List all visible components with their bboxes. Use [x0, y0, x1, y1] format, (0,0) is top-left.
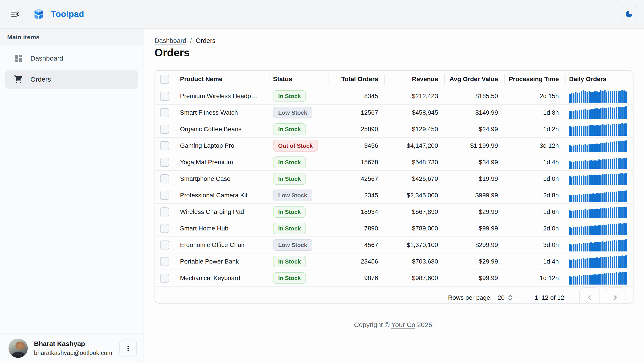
table-body: Premium Wireless Headp… In Stock 8345 $2…: [155, 88, 633, 287]
column-header-total-orders[interactable]: Total Orders: [328, 71, 385, 88]
product-name-cell: Professional Camera Kit: [174, 187, 270, 203]
avg-order-value-cell: $99.99: [445, 220, 505, 237]
revenue-cell: $548,730: [385, 154, 445, 170]
product-name-cell: Gaming Laptop Pro: [174, 138, 270, 154]
brand[interactable]: Toolpad: [32, 7, 84, 21]
pager-buttons: [580, 288, 626, 304]
table-row[interactable]: Mechanical Keyboard In Stock 9876 $987,6…: [155, 270, 633, 287]
table-row[interactable]: Yoga Mat Premium In Stock 15678 $548,730…: [155, 154, 633, 171]
revenue-cell: $2,345,000: [385, 187, 445, 203]
table-row[interactable]: Gaming Laptop Pro Out of Stock 3456 $4,1…: [155, 138, 633, 154]
total-orders-cell: 3456: [328, 138, 385, 154]
rows-per-page-label: Rows per page:: [448, 294, 492, 301]
table-row[interactable]: Smart Home Hub In Stock 7890 $789,000 $9…: [155, 220, 633, 237]
table-row[interactable]: Organic Coffee Beans In Stock 25890 $129…: [155, 121, 633, 138]
daily-orders-sparkline: [566, 106, 633, 119]
menu-open-icon: [10, 9, 20, 19]
total-orders-cell: 23456: [328, 254, 385, 270]
table-row[interactable]: Wireless Charging Pad In Stock 18934 $56…: [155, 204, 633, 220]
previous-page-button[interactable]: [580, 288, 600, 304]
revenue-cell: $4,147,200: [385, 138, 445, 154]
sidebar-item-orders[interactable]: Orders: [5, 70, 138, 89]
row-checkbox[interactable]: [160, 207, 169, 216]
column-header-status[interactable]: Status: [270, 71, 328, 88]
status-badge: In Stock: [273, 223, 306, 234]
column-header-avg-order-value[interactable]: Avg Order Value: [445, 71, 505, 88]
daily-orders-sparkline: [566, 172, 633, 185]
rows-per-page-value: 20: [498, 294, 505, 301]
revenue-cell: $789,000: [385, 220, 445, 237]
total-orders-cell: 2345: [328, 187, 385, 203]
total-orders-cell: 7890: [328, 220, 385, 237]
sidebar-item-dashboard[interactable]: Dashboard: [5, 49, 138, 68]
row-checkbox[interactable]: [160, 241, 169, 249]
next-page-button[interactable]: [605, 288, 626, 304]
chevron-left-icon: [586, 294, 594, 302]
table-row[interactable]: Ergonomic Office Chair Low Stock 4567 $1…: [155, 237, 633, 254]
row-checkbox[interactable]: [160, 257, 169, 266]
row-checkbox[interactable]: [160, 125, 169, 134]
row-checkbox[interactable]: [160, 274, 169, 283]
row-checkbox[interactable]: [160, 92, 169, 101]
user-menu-button[interactable]: [120, 340, 137, 357]
table-row[interactable]: Smartphone Case In Stock 42567 $425,670 …: [155, 171, 633, 187]
orders-table-card: Product Name Status Total Orders Revenue…: [154, 70, 634, 304]
theme-toggle-button[interactable]: [621, 6, 637, 22]
total-orders-cell: 9876: [328, 270, 385, 286]
row-checkbox[interactable]: [160, 191, 169, 200]
sidebar-collapse-button[interactable]: [7, 6, 23, 22]
table-row[interactable]: Smart Fitness Watch Low Stock 12567 $458…: [155, 105, 633, 121]
table-row[interactable]: Premium Wireless Headp… In Stock 8345 $2…: [155, 88, 633, 105]
revenue-cell: $1,370,100: [385, 237, 445, 253]
avg-order-value-cell: $99.99: [445, 270, 505, 286]
status-badge: In Stock: [273, 272, 306, 284]
column-header-daily-orders[interactable]: Daily Orders: [566, 71, 633, 88]
rows-per-page-select[interactable]: 20: [498, 294, 513, 301]
total-orders-cell: 18934: [328, 204, 385, 220]
processing-time-cell: 1d 8h: [505, 105, 566, 121]
revenue-cell: $987,600: [385, 270, 445, 286]
product-name-cell: Yoga Mat Premium: [174, 154, 270, 170]
row-checkbox[interactable]: [160, 141, 169, 150]
revenue-cell: $703,680: [385, 254, 445, 270]
chevron-right-icon: [611, 294, 619, 302]
copyright: Copyright © Your Co 2025.: [144, 321, 644, 329]
processing-time-cell: 1d 4h: [505, 254, 566, 270]
avg-order-value-cell: $29.99: [445, 254, 505, 270]
status-badge: In Stock: [273, 156, 306, 168]
row-checkbox[interactable]: [160, 224, 169, 233]
revenue-cell: $129,450: [385, 121, 445, 137]
avg-order-value-cell: $999.99: [445, 187, 505, 203]
status-badge: In Stock: [273, 123, 306, 135]
column-header-product-name[interactable]: Product Name: [174, 71, 270, 88]
daily-orders-sparkline: [566, 255, 633, 268]
user-card: Bharat Kashyap bharatkashyap@outlook.com: [0, 333, 144, 363]
status-badge: In Stock: [273, 173, 306, 185]
revenue-cell: $458,945: [385, 105, 445, 121]
avg-order-value-cell: $34.99: [445, 154, 505, 170]
processing-time-cell: 2d 8h: [505, 187, 566, 203]
row-checkbox[interactable]: [160, 108, 169, 117]
app-title: Toolpad: [51, 9, 84, 19]
total-orders-cell: 4567: [328, 237, 385, 253]
status-badge: In Stock: [273, 206, 306, 218]
daily-orders-sparkline: [566, 123, 633, 136]
user-avatar[interactable]: [8, 339, 28, 358]
column-header-revenue[interactable]: Revenue: [385, 71, 445, 88]
processing-time-cell: 1d 6h: [505, 204, 566, 220]
row-checkbox[interactable]: [160, 174, 169, 183]
breadcrumb-current: Orders: [196, 37, 216, 44]
table-row[interactable]: Portable Power Bank In Stock 23456 $703,…: [155, 254, 633, 270]
breadcrumb-dashboard-link[interactable]: Dashboard: [154, 37, 186, 44]
column-header-processing-time[interactable]: Processing Time: [505, 71, 566, 88]
company-link[interactable]: Your Co: [391, 321, 415, 328]
processing-time-cell: 1d 4h: [505, 154, 566, 170]
dashboard-icon: [14, 54, 23, 63]
daily-orders-sparkline: [566, 272, 633, 285]
processing-time-cell: 1d 0h: [505, 171, 566, 187]
row-checkbox[interactable]: [160, 158, 169, 167]
select-all-checkbox[interactable]: [160, 75, 169, 84]
processing-time-cell: 2d 15h: [505, 88, 566, 104]
table-row[interactable]: Professional Camera Kit Low Stock 2345 $…: [155, 187, 633, 204]
product-name-cell: Smart Home Hub: [174, 220, 270, 237]
